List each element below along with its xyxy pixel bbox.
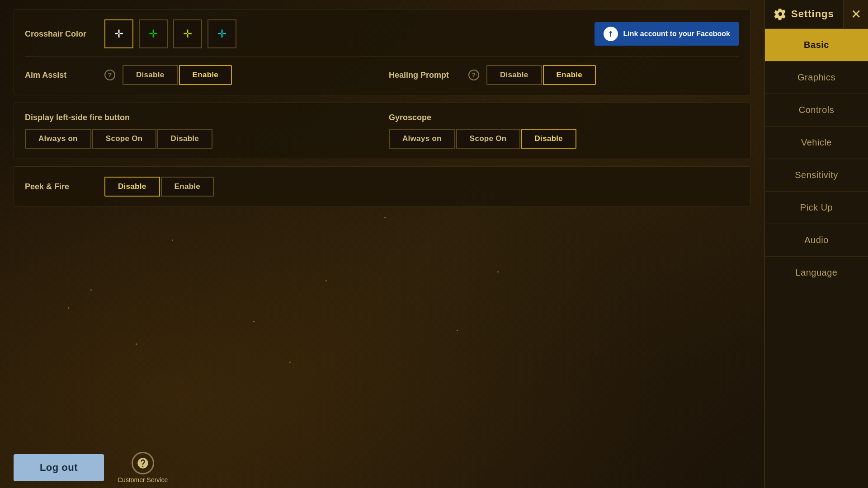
nav-audio-label: Audio: [804, 235, 829, 245]
nav-item-controls[interactable]: Controls: [765, 94, 868, 127]
gyro-disable-btn[interactable]: Disable: [521, 129, 577, 149]
healing-prompt-col: Healing Prompt ? Disable Enable: [389, 65, 739, 85]
nav-graphics-label: Graphics: [797, 72, 835, 83]
healing-prompt-toggle-group: Disable Enable: [486, 65, 596, 85]
crosshair-yellow-icon: ✛: [183, 28, 192, 39]
customer-service-icon: [132, 452, 154, 474]
aim-assist-disable-btn[interactable]: Disable: [123, 65, 178, 85]
aim-assist-help-icon[interactable]: ?: [104, 70, 115, 80]
nav-item-audio[interactable]: Audio: [765, 224, 868, 257]
section-fire-gyro: Display left-side fire button Always on …: [14, 103, 750, 159]
healing-prompt-enable-btn[interactable]: Enable: [543, 65, 596, 85]
aim-assist-enable-btn[interactable]: Enable: [179, 65, 232, 85]
peek-fire-disable-btn[interactable]: Disable: [104, 177, 160, 197]
section-peek-fire: Peek & Fire Disable Enable: [14, 166, 750, 207]
crosshair-label: Crosshair Color: [25, 29, 97, 39]
gyroscope-label: Gyroscope: [389, 113, 461, 122]
facebook-link-label: Link account to your Facebook: [623, 30, 730, 38]
gear-icon: [774, 8, 787, 20]
peek-fire-enable-btn[interactable]: Enable: [161, 177, 214, 197]
peek-fire-toggle-group: Disable Enable: [104, 177, 214, 197]
aim-assist-col: Aim Assist ? Disable Enable: [25, 65, 375, 85]
nav-controls-label: Controls: [799, 105, 834, 115]
logout-btn[interactable]: Log out: [14, 454, 104, 481]
fire-button-label: Display left-side fire button: [25, 113, 130, 122]
nav-item-vehicle[interactable]: Vehicle: [765, 127, 868, 159]
aim-healing-divider: Aim Assist ? Disable Enable Healing Prom…: [25, 56, 739, 85]
nav-pickup-label: Pick Up: [800, 202, 833, 213]
aim-healing-row: Aim Assist ? Disable Enable Healing Prom…: [25, 65, 739, 85]
healing-prompt-disable-btn[interactable]: Disable: [486, 65, 542, 85]
crosshair-cyan-btn[interactable]: ✛: [208, 19, 236, 48]
nav-item-pickup[interactable]: Pick Up: [765, 192, 868, 224]
crosshair-green-btn[interactable]: ✛: [139, 19, 168, 48]
fire-button-col: Display left-side fire button Always on …: [25, 113, 375, 149]
settings-title-btn[interactable]: Settings: [765, 3, 843, 25]
crosshair-green-icon: ✛: [149, 28, 158, 39]
peek-fire-row: Peek & Fire Disable Enable: [25, 177, 739, 197]
fire-button-toggle-group: Always on Scope On Disable: [25, 129, 212, 149]
gyroscope-col: Gyroscope Always on Scope On Disable: [389, 113, 739, 149]
section-crosshair-aim: Crosshair Color ✛ ✛ ✛ ✛ f Link account t…: [14, 9, 750, 95]
customer-service-btn[interactable]: Customer Service: [118, 452, 168, 483]
bottom-bar: Log out Customer Service: [0, 447, 764, 488]
aim-assist-toggle-group: Disable Enable: [123, 65, 232, 85]
healing-prompt-help-icon[interactable]: ?: [468, 70, 479, 80]
healing-prompt-label: Healing Prompt: [389, 70, 461, 80]
nav-basic-label: Basic: [804, 40, 829, 50]
nav-item-language[interactable]: Language: [765, 257, 868, 289]
fire-disable-btn[interactable]: Disable: [157, 129, 213, 149]
crosshair-yellow-btn[interactable]: ✛: [173, 19, 202, 48]
crosshair-row: Crosshair Color ✛ ✛ ✛ ✛ f Link account t…: [25, 19, 739, 48]
settings-sidebar: Settings ✕ Basic Graphics Controls Vehic…: [764, 0, 868, 488]
nav-item-basic[interactable]: Basic: [765, 29, 868, 61]
fire-always-on-btn[interactable]: Always on: [25, 129, 91, 149]
crosshair-white-btn[interactable]: ✛: [104, 19, 133, 48]
nav-item-sensitivity[interactable]: Sensitivity: [765, 159, 868, 192]
nav-sensitivity-label: Sensitivity: [795, 170, 838, 180]
gyroscope-toggle-group: Always on Scope On Disable: [389, 129, 576, 149]
facebook-link-btn[interactable]: f Link account to your Facebook: [594, 22, 739, 46]
crosshair-cyan-icon: ✛: [217, 28, 226, 39]
close-settings-btn[interactable]: ✕: [843, 0, 868, 28]
close-icon: ✕: [851, 7, 861, 22]
settings-title-text: Settings: [791, 8, 834, 20]
crosshair-options: ✛ ✛ ✛ ✛: [104, 19, 236, 48]
gyro-always-on-btn[interactable]: Always on: [389, 129, 455, 149]
fire-gyro-row: Display left-side fire button Always on …: [25, 113, 739, 149]
facebook-icon: f: [604, 27, 618, 41]
main-content: Crosshair Color ✛ ✛ ✛ ✛ f Link account t…: [0, 0, 764, 488]
customer-service-label: Customer Service: [118, 476, 168, 483]
nav-language-label: Language: [796, 267, 838, 278]
fire-scope-on-btn[interactable]: Scope On: [92, 129, 156, 149]
aim-assist-label: Aim Assist: [25, 70, 97, 80]
peek-fire-label: Peek & Fire: [25, 182, 97, 192]
nav-item-graphics[interactable]: Graphics: [765, 61, 868, 94]
gyro-scope-on-btn[interactable]: Scope On: [456, 129, 520, 149]
crosshair-white-icon: ✛: [114, 28, 123, 39]
nav-vehicle-label: Vehicle: [801, 137, 832, 148]
settings-header: Settings ✕: [765, 0, 868, 29]
